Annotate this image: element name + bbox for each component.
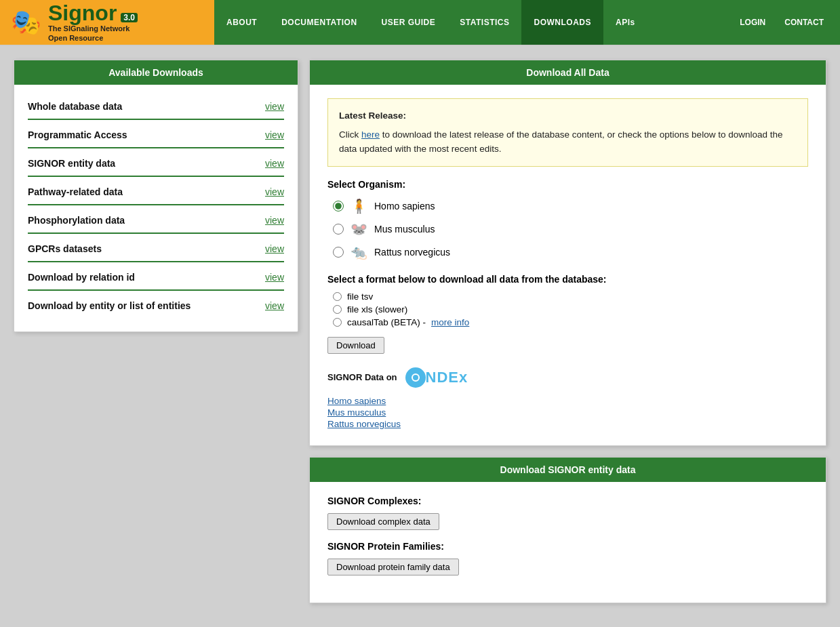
sidebar: Available Downloads Whole database data … — [14, 60, 298, 332]
nav-right: LOGIN CONTACT — [730, 18, 840, 27]
ndex-row: SIGNOR Data on NDEx — [327, 367, 808, 388]
organism-mus-label: Mus musculus — [374, 224, 435, 235]
more-info-link[interactable]: more info — [431, 317, 469, 327]
format-causaltab-radio[interactable] — [333, 318, 342, 327]
logo-area: 🎭 Signor 3.0 The SIGnaling Network Open … — [0, 0, 214, 45]
sidebar-link-entities-list[interactable]: view — [265, 300, 284, 311]
mouse-icon: 🐭 — [351, 221, 367, 237]
nav-documentation[interactable]: DOCUMENTATION — [269, 0, 369, 45]
sidebar-item-entity: SIGNOR entity data view — [28, 148, 284, 177]
organism-rattus: 🐀 Rattus norvegicus — [333, 244, 808, 260]
logo-text: Signor 3.0 The SIGnaling Network Open Re… — [48, 2, 138, 43]
families-title: SIGNOR Protein Families: — [327, 541, 808, 552]
organism-homo-label: Homo sapiens — [374, 201, 435, 211]
format-tsv-label: file tsv — [347, 291, 373, 302]
nav-statistics[interactable]: STATISTICS — [447, 0, 521, 45]
release-title: Latest Release: — [339, 108, 797, 123]
ndex-logo: NDEx — [405, 367, 468, 388]
ndex-rattus-link[interactable]: Rattus norvegicus — [327, 419, 808, 429]
organism-homo: 🧍 Homo sapiens — [333, 198, 808, 214]
entity-data-body: SIGNOR Complexes: Download complex data … — [310, 482, 826, 603]
download-all-body: Latest Release: Click here to download t… — [310, 85, 826, 445]
nav-about[interactable]: ABOUT — [214, 0, 269, 45]
format-list: file tsv file xls (slower) causalTab (BE… — [333, 291, 808, 327]
format-xls-radio[interactable] — [333, 305, 342, 314]
sidebar-item-entities-list: Download by entity or list of entities v… — [28, 291, 284, 318]
entity-data-title: Download SIGNOR entity data — [310, 458, 826, 482]
signor-logo-icon: 🎭 — [11, 10, 41, 35]
sidebar-link-pathway[interactable]: view — [265, 186, 284, 197]
header: 🎭 Signor 3.0 The SIGnaling Network Open … — [0, 0, 840, 46]
main-content: Download All Data Latest Release: Click … — [309, 60, 826, 603]
sidebar-label-gpcrs: GPCRs datasets — [28, 243, 102, 254]
sidebar-item-phosphorylation: Phosphorylation data view — [28, 205, 284, 234]
sidebar-label-entities-list: Download by entity or list of entities — [28, 300, 191, 311]
download-families-button[interactable]: Download protein family data — [327, 559, 459, 575]
sidebar-item-programmatic: Programmatic Access view — [28, 120, 284, 148]
sidebar-link-phosphorylation[interactable]: view — [265, 215, 284, 226]
format-tsv: file tsv — [333, 291, 808, 302]
release-box: Latest Release: Click here to download t… — [327, 98, 808, 167]
format-causaltab-label: causalTab (BETA) - — [347, 317, 426, 327]
nav: ABOUT DOCUMENTATION USER GUIDE STATISTIC… — [214, 0, 840, 45]
organism-mus: 🐭 Mus musculus — [333, 221, 808, 237]
ndex-homo-link[interactable]: Homo sapiens — [327, 396, 808, 406]
release-text2: to download the latest release of the da… — [339, 129, 782, 155]
sidebar-label-pathway: Pathway-related data — [28, 186, 123, 197]
sidebar-body: Whole database data view Programmatic Ac… — [14, 85, 298, 331]
nav-downloads[interactable]: DOWNLOADS — [521, 0, 603, 45]
ndex-label: SIGNOR Data on — [327, 372, 397, 382]
page-layout: Available Downloads Whole database data … — [0, 46, 840, 617]
download-complex-button[interactable]: Download complex data — [327, 513, 439, 530]
sidebar-label-programmatic: Programmatic Access — [28, 129, 127, 140]
sidebar-item-pathway: Pathway-related data view — [28, 177, 284, 205]
human-icon: 🧍 — [351, 198, 367, 214]
logo-signor: Signor 3.0 — [48, 2, 138, 24]
organism-rattus-radio[interactable] — [333, 247, 344, 258]
sidebar-item-relation: Download by relation id view — [28, 262, 284, 291]
ndex-mus-link[interactable]: Mus musculus — [327, 407, 808, 418]
app-subtitle: The SIGnaling Network Open Resource — [48, 24, 138, 43]
format-xls: file xls (slower) — [333, 304, 808, 315]
ndex-text: NDEx — [426, 369, 468, 386]
complexes-title: SIGNOR Complexes: — [327, 495, 808, 506]
sidebar-label-relation: Download by relation id — [28, 272, 135, 283]
sidebar-label-entity: SIGNOR entity data — [28, 158, 115, 169]
release-here-link[interactable]: here — [361, 129, 380, 140]
format-label: Select a format below to download all da… — [327, 274, 808, 285]
format-causaltab: causalTab (BETA) - more info — [333, 317, 808, 327]
sidebar-item-whole-db: Whole database data view — [28, 92, 284, 120]
download-all-panel: Download All Data Latest Release: Click … — [309, 60, 826, 446]
nav-contact[interactable]: CONTACT — [775, 18, 833, 27]
format-xls-label: file xls (slower) — [347, 304, 407, 315]
app-name: Signor — [48, 2, 117, 24]
nav-login[interactable]: LOGIN — [730, 18, 775, 27]
nav-apis[interactable]: APIs — [603, 0, 647, 45]
app-version: 3.0 — [121, 13, 138, 22]
release-text: Click — [339, 129, 359, 140]
sidebar-item-gpcrs: GPCRs datasets view — [28, 234, 284, 262]
sidebar-title: Available Downloads — [14, 60, 298, 85]
sidebar-link-relation[interactable]: view — [265, 272, 284, 283]
sidebar-link-gpcrs[interactable]: view — [265, 243, 284, 254]
organism-rattus-label: Rattus norvegicus — [374, 247, 450, 258]
format-tsv-radio[interactable] — [333, 292, 342, 301]
organism-list: 🧍 Homo sapiens 🐭 Mus musculus 🐀 Rattus n… — [333, 198, 808, 260]
select-organism-label: Select Organism: — [327, 179, 808, 190]
sidebar-link-entity[interactable]: view — [265, 158, 284, 169]
organism-mus-radio[interactable] — [333, 224, 344, 235]
entity-data-panel: Download SIGNOR entity data SIGNOR Compl… — [309, 457, 826, 603]
sidebar-link-whole-db[interactable]: view — [265, 101, 284, 112]
rat-icon: 🐀 — [351, 244, 367, 260]
nav-user-guide[interactable]: USER GUIDE — [369, 0, 448, 45]
sidebar-link-programmatic[interactable]: view — [265, 129, 284, 140]
download-all-title: Download All Data — [310, 60, 826, 85]
sidebar-label-whole-db: Whole database data — [28, 101, 122, 112]
ndex-links: Homo sapiens Mus musculus Rattus norvegi… — [327, 396, 808, 429]
ndex-inner-circle — [412, 373, 420, 382]
sidebar-label-phosphorylation: Phosphorylation data — [28, 215, 125, 226]
ndex-circle-icon — [405, 367, 426, 388]
organism-homo-radio[interactable] — [333, 201, 344, 211]
download-button[interactable]: Download — [327, 337, 384, 354]
